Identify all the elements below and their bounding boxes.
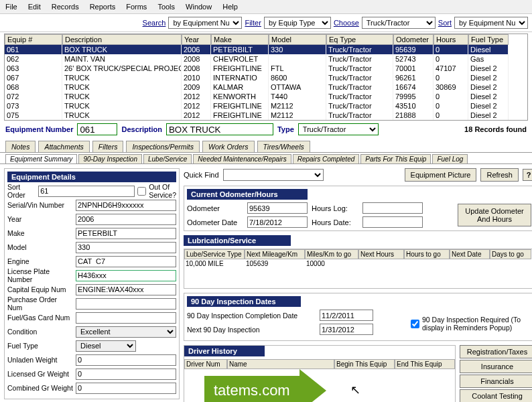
hours-date-input[interactable]	[362, 216, 423, 228]
menu-help[interactable]: Help	[222, 3, 238, 11]
lubrication-title: Lubrication/Service	[184, 235, 291, 246]
side-button[interactable]: Insurance	[460, 360, 532, 373]
tab[interactable]: Tires/Wheels	[257, 141, 310, 152]
lube-header-cell: Next Mileage/Km	[245, 249, 305, 259]
grid-header-cell[interactable]: Equip #	[5, 34, 62, 45]
lube-header-cell: Next Hours	[358, 249, 404, 259]
menu-records[interactable]: Records	[52, 3, 79, 11]
odometer-input[interactable]	[247, 202, 308, 214]
grid-header-cell[interactable]: Eq Type	[326, 34, 393, 45]
menu-file[interactable]: File	[5, 3, 17, 11]
insp-required-checkbox[interactable]: 90 Day Inspection Required (To display i…	[411, 310, 531, 338]
engine-input[interactable]	[76, 256, 176, 267]
combined-label: Combined Gr Weight	[7, 384, 73, 392]
table-row[interactable]: 067TRUCK2010INTERNATIO8600Truck/Tractor9…	[5, 73, 527, 82]
description-field[interactable]	[166, 123, 273, 135]
hours-date-label: Hours Date:	[312, 218, 358, 226]
subtab[interactable]: Repairs Completed	[293, 154, 360, 163]
capequip-input[interactable]	[76, 284, 176, 295]
combined-input[interactable]	[76, 383, 176, 394]
table-row[interactable]: 068TRUCK2009KALMAROTTAWATruck/Tractor166…	[5, 82, 527, 92]
side-button[interactable]: Coolant Testing	[460, 389, 532, 402]
lube-cell: 10000	[305, 259, 358, 268]
grid-header-cell[interactable]: Model	[269, 34, 326, 45]
tab[interactable]: Work Orders	[202, 141, 255, 152]
serial-input[interactable]	[76, 200, 176, 211]
subtab[interactable]: Equipment Summary	[5, 154, 77, 163]
out-of-service-checkbox[interactable]: Out Of Service?	[137, 183, 176, 199]
side-button[interactable]: Registration/Taxes	[460, 345, 532, 358]
po-input[interactable]	[76, 298, 176, 310]
menubar: File Edit Records Reports Forms Tools Wi…	[0, 0, 532, 14]
tab[interactable]: Attachments	[38, 141, 89, 152]
table-row[interactable]: 073TRUCK2012FREIGHTLINEM2112Truck/Tracto…	[5, 101, 527, 111]
subtab[interactable]: Parts For This Equip	[360, 154, 431, 163]
choose-link[interactable]: Choose	[334, 19, 359, 27]
type-combo[interactable]: Truck/Tractor	[298, 123, 379, 135]
license-input[interactable]	[76, 270, 176, 281]
tab[interactable]: Inspections/Permits	[126, 141, 200, 152]
menu-window[interactable]: Window	[186, 3, 212, 11]
hours-log-label: Hours Log:	[312, 204, 358, 212]
fuelcard-input[interactable]	[76, 312, 176, 324]
hours-log-input[interactable]	[362, 202, 423, 214]
insp-next-label: Next 90 Day Inspection	[187, 326, 314, 334]
grid-header-cell[interactable]: Fuel Type	[468, 34, 509, 45]
sort-order-input[interactable]	[38, 186, 135, 197]
update-odometer-button[interactable]: Update Odometer And Hours	[458, 204, 531, 226]
side-button[interactable]: Financials	[460, 375, 532, 388]
menu-reports[interactable]: Reports	[90, 3, 116, 11]
subtab[interactable]: Needed Maintenance/Repairs	[193, 154, 291, 163]
subtab[interactable]: 90-Day Inspection	[78, 154, 142, 163]
grid-header-cell[interactable]: Make	[211, 34, 269, 45]
grid-header-cell[interactable]: Odometer	[393, 34, 434, 45]
table-row[interactable]: 062MAINT. VAN2008CHEVROLETTruck/Tractor5…	[5, 54, 527, 64]
po-label: Purchase Order Num	[7, 295, 73, 312]
grid-header-cell[interactable]: Hours	[434, 34, 468, 45]
search-by-combo[interactable]: by Equipment Num	[168, 17, 242, 29]
equip-num-field[interactable]	[77, 123, 117, 135]
lube-cell: 10,000 MILE	[184, 259, 245, 268]
subtab[interactable]: Fuel Log	[432, 154, 468, 163]
equipment-grid[interactable]: Equip #DescriptionYearMakeModelEq TypeOd…	[4, 34, 528, 121]
tab[interactable]: Notes	[5, 141, 36, 152]
menu-tools[interactable]: Tools	[157, 3, 175, 11]
menu-forms[interactable]: Forms	[126, 3, 147, 11]
tab[interactable]: Filters	[92, 141, 124, 152]
quickfind-combo[interactable]	[223, 169, 324, 181]
sub-tabs: Equipment Summary90-Day InspectionLube/S…	[0, 153, 532, 164]
grid-header-cell[interactable]: Description	[62, 34, 182, 45]
unladen-input[interactable]	[76, 354, 176, 366]
filter-by-combo[interactable]: by Equip Type	[264, 17, 331, 29]
menu-edit[interactable]: Edit	[28, 3, 41, 11]
fueltype-select[interactable]: Diesel	[76, 340, 136, 352]
equipment-picture-button[interactable]: Equipment Picture	[405, 168, 477, 182]
insp-next-input[interactable]	[320, 324, 373, 335]
licensed-input[interactable]	[76, 368, 176, 380]
choose-combo[interactable]: Truck/Tractor	[362, 17, 436, 29]
insp-comp-input[interactable]	[320, 310, 373, 321]
year-input[interactable]	[76, 214, 176, 225]
driver-header-cell: Begin This Equip	[334, 359, 395, 369]
fuelcard-label: Fuel/Gas Card Num	[7, 314, 73, 322]
lube-cell	[358, 259, 404, 268]
table-row[interactable]: 06326' BOX TRUCK/SPECIAL PROJECTS2008FRE…	[5, 64, 527, 73]
make-input[interactable]	[76, 228, 176, 239]
grid-header-cell[interactable]: Year	[182, 34, 211, 45]
model-input[interactable]	[76, 242, 176, 253]
current-equipment-bar: Equipment Number Description Type Truck/…	[0, 121, 532, 138]
driver-history-list[interactable]: tatems.com ↖	[184, 369, 455, 402]
condition-select[interactable]: Excellent	[76, 326, 176, 338]
filter-link[interactable]: Filter	[245, 19, 261, 27]
refresh-button[interactable]: Refresh	[480, 168, 519, 182]
fueltype-label: Fuel Type	[7, 342, 73, 350]
sort-link[interactable]: Sort	[438, 19, 452, 27]
search-link[interactable]: Search	[143, 19, 166, 27]
subtab[interactable]: Lube/Service	[143, 154, 192, 163]
sort-by-combo[interactable]: by Equipment Num	[454, 17, 528, 29]
odo-date-input[interactable]	[247, 216, 308, 228]
table-row[interactable]: 061BOX TRUCK2006PETERBILT330Truck/Tracto…	[5, 45, 527, 54]
table-row[interactable]: 072TRUCK2012KENWORTHT440Truck/Tractor799…	[5, 92, 527, 101]
table-row[interactable]: 075TRUCK2012FREIGHTLINEM2112Truck/Tracto…	[5, 111, 527, 120]
help-icon[interactable]: ?	[523, 169, 532, 181]
